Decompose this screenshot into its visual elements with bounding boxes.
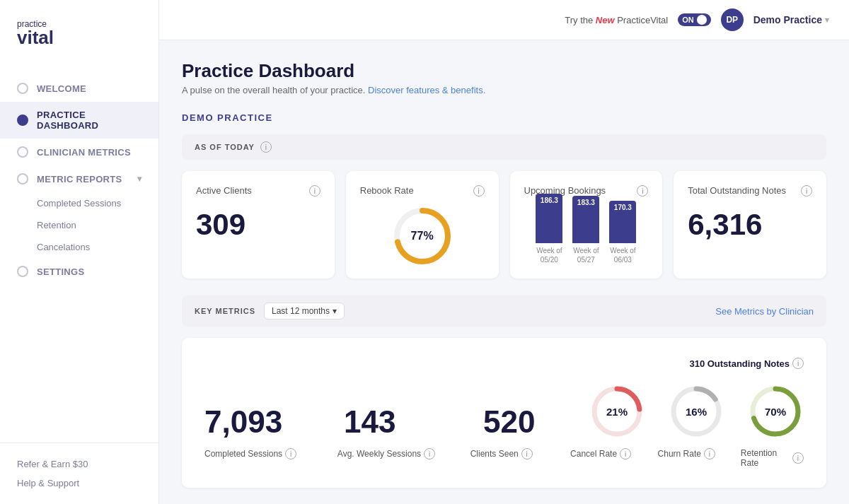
clients-seen-value: 520 bbox=[483, 404, 589, 440]
metrics-cards-row: Active Clients i 309 Rebook Rate i bbox=[182, 171, 826, 279]
topbar-try-text: Try the New PracticeVital bbox=[565, 15, 668, 25]
sidebar-bottom: Refer & Earn $30 Help & Support bbox=[0, 443, 158, 504]
card-rebook-rate: Rebook Rate i 77% bbox=[346, 171, 499, 279]
help-link[interactable]: Help & Support bbox=[17, 474, 142, 493]
circle-label-churn: Churn Rate i bbox=[655, 448, 718, 468]
toggle-knob bbox=[697, 15, 707, 25]
bar-val-2: 183.3 bbox=[577, 199, 595, 206]
card-active-clients: Active Clients i 309 bbox=[182, 171, 335, 279]
metric-completed-sessions: 7,093 bbox=[204, 404, 310, 440]
new-version-toggle[interactable]: ON bbox=[678, 13, 711, 26]
card-active-clients-header: Active Clients i bbox=[196, 185, 320, 197]
sidebar-item-welcome[interactable]: WELCOME bbox=[0, 75, 158, 102]
bar-label-2: Week of05/27 bbox=[573, 246, 599, 264]
metric-avg-weekly: 143 bbox=[344, 404, 449, 440]
bar-week2: 183.3 bbox=[572, 196, 599, 243]
metric-churn-rate: 16% bbox=[668, 383, 724, 440]
bar-label-3: Week of06/03 bbox=[610, 246, 636, 264]
sidebar-item-label-clinician: CLINICIAN METRICS bbox=[37, 147, 131, 158]
metrics-bottom-row: 7,093 143 520 bbox=[204, 383, 804, 440]
as-of-label: AS OF TODAY bbox=[195, 143, 255, 151]
label-clients-seen: Clients Seen i bbox=[470, 448, 570, 468]
sidebar-item-label-reports: METRIC REPORTS bbox=[37, 174, 122, 184]
sidebar-item-settings[interactable]: SETTINGS bbox=[0, 258, 158, 285]
sidebar-item-label-dashboard: PRACTICE DASHBOARD bbox=[37, 110, 142, 131]
discover-link[interactable]: Discover features & benefits. bbox=[368, 85, 485, 95]
sidebar-item-label-welcome: WELCOME bbox=[37, 83, 86, 94]
metric-cancel-rate: 21% bbox=[589, 383, 645, 440]
bar-val-3: 170.3 bbox=[614, 204, 632, 211]
page-subtitle: A pulse on the overall health of your pr… bbox=[182, 85, 826, 95]
sidebar-item-practice-dashboard[interactable]: PRACTICE DASHBOARD bbox=[0, 102, 158, 139]
page-subtitle-text: A pulse on the overall health of your pr… bbox=[182, 85, 365, 95]
refer-link[interactable]: Refer & Earn $30 bbox=[17, 455, 142, 474]
cancel-rate-value: 21% bbox=[606, 406, 628, 418]
info-icon-upcoming[interactable]: i bbox=[637, 185, 648, 197]
sidebar-item-metric-reports[interactable]: METRIC REPORTS ▾ bbox=[0, 165, 158, 192]
circle-labels-group: Cancel Rate i Churn Rate i Retention Rat… bbox=[570, 448, 804, 468]
key-metrics-card: 310 Outstanding Notes i 7,093 143 520 bbox=[182, 338, 826, 488]
logo: practice vital bbox=[0, 0, 158, 69]
num-labels-group: Completed Sessions i Avg. Weekly Session… bbox=[204, 448, 570, 468]
info-icon-retention[interactable]: i bbox=[792, 452, 804, 464]
toggle-label: ON bbox=[682, 16, 694, 24]
bar-week3: 170.3 bbox=[609, 201, 636, 243]
clients-seen-label: Clients Seen bbox=[470, 449, 519, 459]
key-metrics-label: KEY METRICS bbox=[195, 307, 255, 315]
circle-metrics-group: 21% 16% bbox=[589, 383, 804, 440]
info-icon-clients-seen[interactable]: i bbox=[521, 448, 533, 459]
card-outstanding-notes-title: Total Outstanding Notes bbox=[688, 185, 786, 196]
nav-circle-reports bbox=[17, 173, 28, 184]
circle-label-retention: Retention Rate i bbox=[741, 448, 804, 468]
sidebar-item-retention[interactable]: Retention bbox=[37, 214, 158, 236]
active-clients-value: 309 bbox=[196, 208, 320, 242]
practice-name-dropdown[interactable]: Demo Practice ▾ bbox=[753, 14, 829, 25]
bookings-bar-chart: 186.3 Week of05/20 183.3 Week of05/27 17… bbox=[524, 208, 649, 264]
practice-name: Demo Practice bbox=[753, 14, 822, 25]
topbar-new-label: New bbox=[596, 15, 615, 25]
circle-label-cancel: Cancel Rate i bbox=[570, 448, 633, 468]
info-icon-rebook[interactable]: i bbox=[473, 185, 485, 197]
key-metrics-header: KEY METRICS Last 12 months ▾ See Metrics… bbox=[182, 295, 826, 327]
info-icon-avg-weekly[interactable]: i bbox=[424, 448, 435, 459]
bar-week1: 186.3 bbox=[536, 194, 562, 243]
sidebar-item-completed-sessions[interactable]: Completed Sessions bbox=[37, 192, 158, 214]
avg-weekly-label: Avg. Weekly Sessions bbox=[337, 449, 421, 459]
card-outstanding-notes: Total Outstanding Notes i 6,316 bbox=[674, 171, 826, 279]
card-active-clients-title: Active Clients bbox=[196, 185, 252, 196]
cancel-rate-label: Cancel Rate bbox=[570, 449, 617, 459]
bar-group-3: 170.3 Week of06/03 bbox=[609, 201, 636, 264]
sidebar-nav: WELCOME PRACTICE DASHBOARD CLINICIAN MET… bbox=[0, 69, 158, 443]
rebook-donut: 77% bbox=[391, 204, 454, 268]
logo-text: practice vital bbox=[17, 20, 142, 47]
card-outstanding-notes-header: Total Outstanding Notes i bbox=[688, 185, 812, 197]
info-icon-active-clients[interactable]: i bbox=[309, 185, 320, 197]
main-content: Try the New PracticeVital ON DP Demo Pra… bbox=[159, 0, 849, 504]
info-icon-churn[interactable]: i bbox=[704, 448, 715, 459]
outstanding-notes-indicator: 310 Outstanding Notes i bbox=[204, 358, 804, 369]
churn-rate-value: 16% bbox=[686, 406, 707, 418]
info-icon-cancel[interactable]: i bbox=[620, 448, 631, 459]
see-metrics-link[interactable]: See Metrics by Clinician bbox=[715, 306, 814, 317]
sidebar-item-clinician-metrics[interactable]: CLINICIAN METRICS bbox=[0, 139, 158, 165]
info-icon-notes[interactable]: i bbox=[801, 185, 812, 197]
sidebar-item-label-settings: SETTINGS bbox=[37, 266, 84, 277]
sidebar-subnav: Completed Sessions Retention Cancelation… bbox=[0, 192, 158, 258]
avg-weekly-value: 143 bbox=[344, 404, 449, 440]
cancel-rate-donut: 21% bbox=[589, 383, 645, 440]
info-icon-completed[interactable]: i bbox=[285, 448, 296, 459]
sidebar-item-cancelations[interactable]: Cancelations bbox=[37, 236, 158, 258]
topbar: Try the New PracticeVital ON DP Demo Pra… bbox=[159, 0, 849, 40]
info-icon-as-of[interactable]: i bbox=[260, 141, 272, 153]
churn-rate-label: Churn Rate bbox=[658, 449, 701, 459]
sidebar: practice vital WELCOME PRACTICE DASHBOAR… bbox=[0, 0, 159, 504]
page-title: Practice Dashboard bbox=[182, 60, 826, 82]
bar-label-1: Week of05/20 bbox=[536, 246, 562, 264]
page-content: Practice Dashboard A pulse on the overal… bbox=[159, 40, 849, 504]
nav-circle-dashboard bbox=[17, 115, 28, 126]
period-select[interactable]: Last 12 months ▾ bbox=[264, 303, 345, 320]
bar-group-2: 183.3 Week of05/27 bbox=[572, 196, 599, 264]
retention-rate-value: 70% bbox=[765, 406, 786, 418]
info-icon-outstanding[interactable]: i bbox=[792, 358, 804, 369]
label-completed-sessions: Completed Sessions i bbox=[204, 448, 304, 468]
